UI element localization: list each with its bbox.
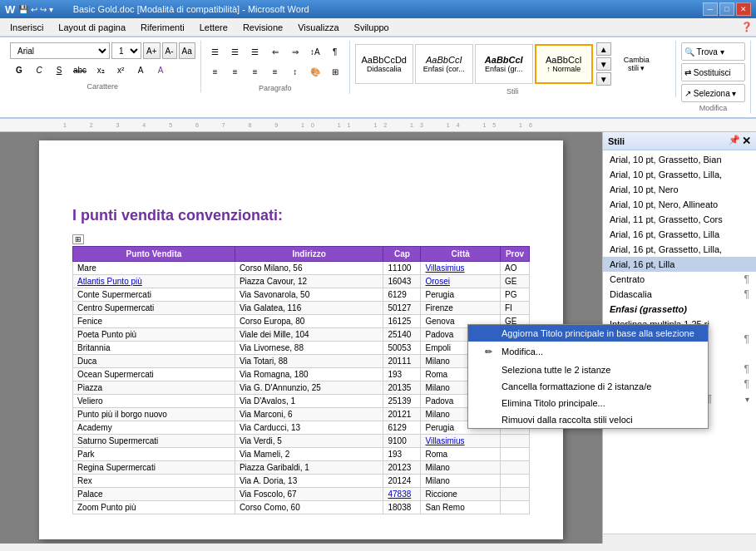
style-item-6[interactable]: Arial, 16 pt, Grassetto, Lilla, xyxy=(603,242,756,257)
text-highlight-button[interactable]: A xyxy=(131,61,150,79)
style-item-1[interactable]: Arial, 10 pt, Grassetto, Lilla, xyxy=(603,167,756,182)
context-menu-item-label: Modifica... xyxy=(502,347,543,357)
table-row: BritanniaVia Livornese, 8850053EmpoliFI xyxy=(73,342,530,355)
document-heading: I punti vendita convenzionati: xyxy=(72,207,530,224)
style-item-4[interactable]: Arial, 11 pt, Grassetto, Cors xyxy=(603,212,756,227)
decrease-indent-button[interactable]: ⇐ xyxy=(266,42,284,61)
menu-layout[interactable]: Layout di pagina xyxy=(52,21,132,34)
table-cell: 50053 xyxy=(383,342,421,355)
modifica-group-label: Modifica xyxy=(681,102,745,112)
table-cell: Zoom Punto più xyxy=(73,501,235,514)
styles-panel-close[interactable]: ✕ xyxy=(742,135,751,147)
grow-font-button[interactable]: A+ xyxy=(143,42,161,59)
strikethrough-button[interactable]: abc xyxy=(70,61,90,79)
line-spacing-button[interactable]: ↕ xyxy=(286,62,304,81)
justify-button[interactable]: ≡ xyxy=(266,62,284,81)
borders-button[interactable]: ⊞ xyxy=(326,62,344,81)
style-item-label: Arial, 11 pt, Grassetto, Cors xyxy=(610,214,723,224)
change-case-button[interactable]: Aa xyxy=(179,42,195,59)
increase-indent-button[interactable]: ⇒ xyxy=(286,42,304,61)
replace-button[interactable]: ⇄ Sostituisci xyxy=(681,63,745,81)
style-item-7[interactable]: Arial, 16 pt, Lilla xyxy=(603,257,756,272)
align-left-button[interactable]: ≡ xyxy=(206,62,225,81)
close-button[interactable]: ✕ xyxy=(736,2,751,16)
style-item-10[interactable]: Enfasi (grassetto) xyxy=(603,302,756,317)
ruler: 1 2 3 4 5 6 7 8 9 10 11 12 13 14 15 16 xyxy=(0,119,756,132)
context-menu-item-1[interactable]: ✏Modifica... xyxy=(468,342,708,362)
style-combo-arrow[interactable]: ▾ xyxy=(745,395,749,404)
align-center-button[interactable]: ≡ xyxy=(226,62,245,81)
align-right-button[interactable]: ≡ xyxy=(246,62,264,81)
minimize-button[interactable]: ─ xyxy=(703,2,718,16)
style-item-label: Centrato xyxy=(610,274,645,284)
context-menu-item-0[interactable]: Aggiorna Titolo principale in base alla … xyxy=(468,325,708,342)
style-item-2[interactable]: Arial, 10 pt, Nero xyxy=(603,182,756,197)
style-item-3[interactable]: Arial, 10 pt, Nero, Allineato xyxy=(603,197,756,212)
font-color-button[interactable]: A xyxy=(151,61,170,79)
shrink-font-button[interactable]: A- xyxy=(162,42,177,59)
styles-group-label: Stili xyxy=(355,86,670,96)
menu-riferimenti[interactable]: Riferimenti xyxy=(134,21,191,34)
styles-scrollbar[interactable] xyxy=(603,534,756,544)
table-cell: 20135 xyxy=(383,381,421,395)
fill-color-button[interactable]: 🎨 xyxy=(306,62,324,81)
table-expand-icon[interactable]: ⊞ xyxy=(72,234,84,244)
style-more[interactable]: ▼ xyxy=(596,72,611,86)
table-cell: 47838 xyxy=(383,488,421,501)
underline-button[interactable]: S xyxy=(50,61,68,79)
style-normale[interactable]: AaBbCcI ↑ Normale xyxy=(535,44,593,84)
change-styles-button[interactable]: Cambia stili ▾ xyxy=(618,52,655,76)
table-row: ParkVia Mameli, 2193Roma xyxy=(73,448,530,461)
show-para-button[interactable]: ¶ xyxy=(326,42,344,61)
bullets-button[interactable]: ☰ xyxy=(206,42,225,61)
context-menu-item-3[interactable]: Cancella formattazione di 2 istanza/e xyxy=(468,378,708,395)
table-cell: Piazza Cavour, 12 xyxy=(235,275,383,288)
sort-button[interactable]: ↕A xyxy=(306,42,324,61)
menu-visualizza[interactable]: Visualizza xyxy=(291,21,345,34)
font-size-select[interactable]: 16 xyxy=(111,42,141,59)
maximize-button[interactable]: □ xyxy=(719,2,734,16)
font-name-select[interactable]: Arial xyxy=(10,42,110,59)
table-cell xyxy=(501,461,530,475)
style-item-label: Didascalia xyxy=(610,289,652,299)
table-cell: Conte Supermercati xyxy=(73,288,235,302)
title-bar-controls: ─ □ ✕ xyxy=(703,2,751,16)
style-item-8[interactable]: Centrato¶ xyxy=(603,272,756,287)
menu-inserisci[interactable]: Inserisci xyxy=(3,21,50,34)
style-didascalia[interactable]: AaBbCcDd Didascalia xyxy=(355,44,413,84)
table-cell: Rex xyxy=(73,475,235,488)
bold-button[interactable]: G xyxy=(10,61,28,79)
table-cell: Via Mameli, 2 xyxy=(235,448,383,461)
style-item-5[interactable]: Arial, 16 pt, Grassetto, Lilla xyxy=(603,227,756,242)
numbering-button[interactable]: ☰ xyxy=(226,42,245,61)
menu-revisione[interactable]: Revisione xyxy=(236,21,289,34)
table-cell: Saturno Supermercati xyxy=(73,435,235,448)
table-cell: 193 xyxy=(383,368,421,381)
style-item-0[interactable]: Arial, 10 pt, Grassetto, Bian xyxy=(603,152,756,167)
table-cell: 6129 xyxy=(383,421,421,435)
style-scroll-down[interactable]: ▼ xyxy=(596,57,611,71)
menu-sviluppo[interactable]: Sviluppo xyxy=(348,21,396,34)
table-cell xyxy=(501,488,530,501)
multilevel-button[interactable]: ☰ xyxy=(246,42,264,61)
italic-button[interactable]: C xyxy=(30,61,48,79)
superscript-button[interactable]: x² xyxy=(111,61,130,79)
find-button[interactable]: 🔍 Trova ▾ xyxy=(681,42,745,61)
context-menu-item-label: Cancella formattazione di 2 istanza/e xyxy=(502,381,651,391)
context-menu-item-4[interactable]: Elimina Titolo principale... xyxy=(468,395,708,411)
table-cell: Via D'Avalos, 1 xyxy=(235,395,383,408)
menu-lettere[interactable]: Lettere xyxy=(193,21,235,34)
styles-panel-pin[interactable]: 📌 xyxy=(729,135,740,147)
select-button[interactable]: ↗ Seleziona ▾ xyxy=(681,84,745,102)
context-menu-item-2[interactable]: Seleziona tutte le 2 istanze xyxy=(468,362,708,378)
table-row: RexVia A. Doria, 1320124Milano xyxy=(73,475,530,488)
context-menu-item-5[interactable]: Rimuovi dalla raccolta stili veloci xyxy=(468,411,708,428)
subscript-button[interactable]: x₂ xyxy=(91,61,110,79)
style-enfasi-gr[interactable]: AaBbCcI Enfasi (gr... xyxy=(475,44,533,84)
help-icon[interactable]: ❓ xyxy=(741,22,753,32)
table-cell: 25139 xyxy=(383,395,421,408)
style-item-9[interactable]: Didascalia¶ xyxy=(603,287,756,302)
style-enfasi-cor[interactable]: AaBbCcI Enfasi (cor... xyxy=(415,44,473,84)
style-scroll-up[interactable]: ▲ xyxy=(596,42,611,56)
quick-access: 💾 ↩ ↪ ▾ xyxy=(18,5,52,14)
